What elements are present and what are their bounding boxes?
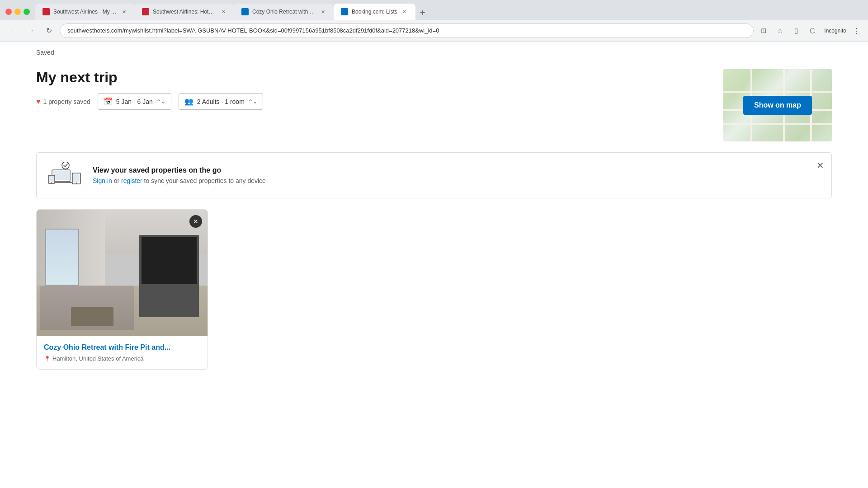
back-button[interactable]: ← xyxy=(5,23,20,38)
guests-icon: 👥 xyxy=(184,97,193,106)
page-header: Saved xyxy=(0,42,868,60)
date-selector[interactable]: 📅 5 Jan - 6 Jan ⌃⌄ xyxy=(98,93,171,110)
trip-info: My next trip ♥ 1 property saved 📅 5 Jan … xyxy=(36,69,263,110)
room-window xyxy=(45,229,80,286)
notification-body-suffix: to sync your saved properties to any dev… xyxy=(142,177,266,184)
window-maximize-button[interactable] xyxy=(24,9,30,15)
svg-rect-5 xyxy=(73,174,80,182)
guests-selector[interactable]: 👥 2 Adults · 1 room ⌃⌄ xyxy=(179,93,263,110)
tab-title-4: Booking.com: Lists xyxy=(352,9,397,15)
browser-tab-3[interactable]: Cozy Ohio Retreat with Fire Pit... ✕ xyxy=(234,4,334,20)
tab-favicon-2 xyxy=(142,8,149,15)
browser-titlebar: Southwest Airlines - My Accou... ✕ South… xyxy=(0,0,868,20)
remove-property-button[interactable]: ✕ xyxy=(189,215,202,228)
guests-chevron-icon: ⌃⌄ xyxy=(248,99,257,105)
tab-title-3: Cozy Ohio Retreat with Fire Pit... xyxy=(252,9,316,15)
svg-point-9 xyxy=(51,182,52,183)
room-tv-unit xyxy=(139,235,199,317)
devices-svg xyxy=(47,162,84,189)
tab-favicon-1 xyxy=(42,8,50,15)
address-text: southwesthotels.com/mywishlist.html?labe… xyxy=(67,27,439,34)
toolbar-right: ⊡ ☆ ▯ ⬡ Incognito ⋮ xyxy=(757,24,863,37)
property-location-text: Hamilton, United States of America xyxy=(52,355,144,362)
property-location: 📍 Hamilton, United States of America xyxy=(44,355,200,362)
location-pin-icon: 📍 xyxy=(44,356,51,362)
page-content: Saved My next trip ♥ 1 property saved 📅 … xyxy=(0,42,868,466)
sign-in-link[interactable]: Sign in xyxy=(93,177,112,184)
browser-tab-4[interactable]: Booking.com: Lists ✕ xyxy=(334,4,415,20)
bookmark-icon[interactable]: ☆ xyxy=(774,24,786,37)
saved-breadcrumb: Saved xyxy=(36,49,54,56)
show-on-map-button[interactable]: Show on map xyxy=(743,96,812,115)
trip-title: My next trip xyxy=(36,69,263,86)
svg-point-6 xyxy=(76,183,77,184)
forward-button[interactable]: → xyxy=(24,23,38,38)
main-section: My next trip ♥ 1 property saved 📅 5 Jan … xyxy=(0,60,868,379)
tab-close-4[interactable]: ✕ xyxy=(401,8,408,15)
date-chevron-icon: ⌃⌄ xyxy=(156,99,165,105)
notification-body: Sign in or register to sync your saved p… xyxy=(93,177,266,184)
property-image: ✕ xyxy=(37,210,208,336)
trip-meta: ♥ 1 property saved 📅 5 Jan - 6 Jan ⌃⌄ 👥 … xyxy=(36,93,263,110)
notification-text: View your saved properties on the go Sig… xyxy=(93,166,266,184)
tab-close-1[interactable]: ✕ xyxy=(120,8,127,15)
map-road xyxy=(723,123,832,125)
notification-banner: View your saved properties on the go Sig… xyxy=(36,152,832,198)
register-link[interactable]: register xyxy=(121,177,142,184)
devices-icon xyxy=(47,162,84,189)
svg-rect-8 xyxy=(49,176,54,182)
reload-button[interactable]: ↻ xyxy=(42,23,56,38)
map-road xyxy=(723,91,832,93)
tab-close-2[interactable]: ✕ xyxy=(220,8,227,15)
property-details: Cozy Ohio Retreat with Fire Pit and... 📍… xyxy=(37,336,208,369)
property-card[interactable]: ✕ Cozy Ohio Retreat with Fire Pit and...… xyxy=(36,209,208,370)
close-notification-button[interactable]: ✕ xyxy=(816,160,824,171)
tab-title-2: Southwest Airlines: Hotels in H... xyxy=(153,9,216,15)
tab-title-1: Southwest Airlines - My Accou... xyxy=(53,9,117,15)
trip-header: My next trip ♥ 1 property saved 📅 5 Jan … xyxy=(36,69,832,141)
address-bar[interactable]: southwesthotels.com/mywishlist.html?labe… xyxy=(60,23,754,38)
browser-tab-2[interactable]: Southwest Airlines: Hotels in H... ✕ xyxy=(135,4,234,20)
new-tab-button[interactable]: + xyxy=(415,5,430,20)
guests-text: 2 Adults · 1 room xyxy=(197,98,245,105)
show-on-map-label: Show on map xyxy=(754,101,801,109)
calendar-icon: 📅 xyxy=(104,97,113,106)
cast-icon[interactable]: ⊡ xyxy=(757,24,770,37)
tabs-bar: Southwest Airlines - My Accou... ✕ South… xyxy=(35,4,863,20)
window-controls xyxy=(5,9,30,15)
extensions-icon[interactable]: ⬡ xyxy=(806,24,819,37)
property-count-text: 1 property saved xyxy=(43,98,90,105)
notification-body-or: or xyxy=(112,177,121,184)
svg-rect-2 xyxy=(53,171,69,180)
browser-toolbar: ← → ↻ southwesthotels.com/mywishlist.htm… xyxy=(0,20,868,42)
menu-button[interactable]: ⋮ xyxy=(850,24,863,37)
room-table xyxy=(71,307,114,326)
browser-window: Southwest Airlines - My Accou... ✕ South… xyxy=(0,0,868,466)
property-count: ♥ 1 property saved xyxy=(36,98,90,106)
map-thumbnail[interactable]: Show on map xyxy=(723,69,832,141)
property-name[interactable]: Cozy Ohio Retreat with Fire Pit and... xyxy=(44,343,200,352)
date-range-text: 5 Jan - 6 Jan xyxy=(116,98,153,105)
tab-favicon-3 xyxy=(241,8,249,15)
window-minimize-button[interactable] xyxy=(14,9,21,15)
svg-point-0 xyxy=(62,162,69,169)
browser-tab-1[interactable]: Southwest Airlines - My Accou... ✕ xyxy=(35,4,135,20)
incognito-label: Incognito xyxy=(824,28,846,34)
notification-heading: View your saved properties on the go xyxy=(93,166,266,174)
tab-favicon-4 xyxy=(341,8,348,15)
room-tv-screen xyxy=(142,237,197,284)
tab-close-3[interactable]: ✕ xyxy=(319,8,326,15)
heart-icon: ♥ xyxy=(36,98,41,106)
profile-icon[interactable]: ▯ xyxy=(790,24,802,37)
window-close-button[interactable] xyxy=(5,9,12,15)
